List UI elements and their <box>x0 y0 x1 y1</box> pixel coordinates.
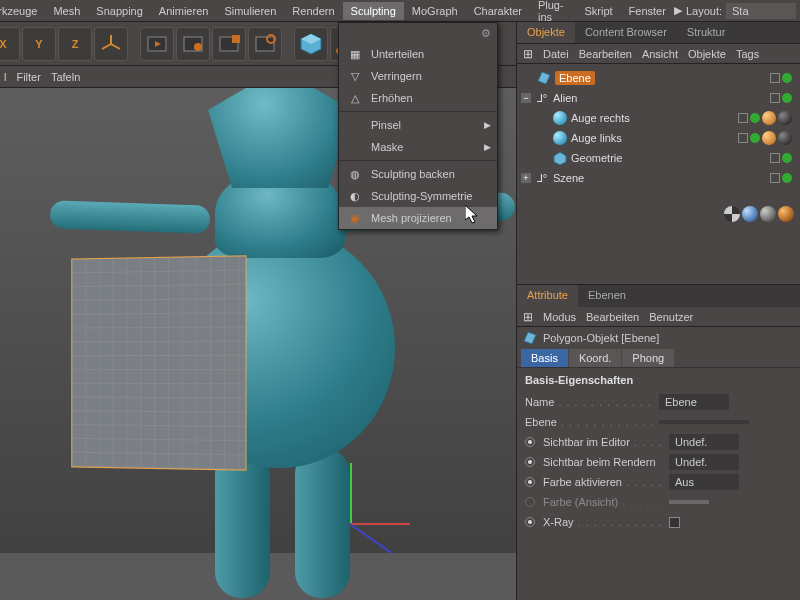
editor-vis-field[interactable]: Undef. <box>669 434 739 450</box>
vis-toggle[interactable] <box>770 73 780 83</box>
layout-selector[interactable]: Sta <box>726 3 796 19</box>
selected-plane-object[interactable] <box>72 256 245 469</box>
subtab-phong[interactable]: Phong <box>622 349 674 367</box>
tab-attribute[interactable]: Attribute <box>517 285 578 307</box>
layout-arrow-icon: ▶ <box>674 4 682 17</box>
material-tag[interactable] <box>778 111 792 125</box>
render-button[interactable] <box>140 27 174 61</box>
menu-subdivide[interactable]: ▦ Unterteilen <box>339 43 497 65</box>
om-menu-file[interactable]: Datei <box>543 48 569 60</box>
menu-item-5[interactable]: Rendern <box>284 2 342 20</box>
axis-y-button[interactable]: Y <box>22 27 56 61</box>
name-field[interactable]: Ebene <box>659 394 729 410</box>
subbar-item-panels[interactable]: Tafeln <box>51 71 80 83</box>
attr-menu-mode[interactable]: Modus <box>543 311 576 323</box>
gear-icon[interactable]: ⚙ <box>481 27 491 40</box>
vis-toggle[interactable] <box>770 93 780 103</box>
material-tag[interactable] <box>778 131 792 145</box>
subtab-basis[interactable]: Basis <box>521 349 568 367</box>
tree-row-alien[interactable]: − ⅃° Alien <box>521 88 796 108</box>
svg-point-3 <box>194 43 202 51</box>
menu-item-8[interactable]: Charakter <box>466 2 530 20</box>
decrease-icon: ▽ <box>347 68 363 84</box>
xray-checkbox[interactable] <box>669 517 680 528</box>
menu-item-3[interactable]: Animieren <box>151 2 217 20</box>
expander-icon[interactable]: + <box>521 173 531 183</box>
right-panel: Objekte Content Browser Struktur ⊞ Datei… <box>516 22 800 600</box>
om-menu-tags[interactable]: Tags <box>736 48 759 60</box>
vis-toggle[interactable] <box>770 153 780 163</box>
render-region-button[interactable] <box>176 27 210 61</box>
subbar-item-0[interactable]: l <box>4 71 6 83</box>
material-icon[interactable] <box>778 206 794 222</box>
prop-label: Name <box>525 396 554 408</box>
menu-brush[interactable]: Pinsel ▶ <box>339 114 497 136</box>
menu-item-1[interactable]: Mesh <box>45 2 88 20</box>
radio-icon[interactable] <box>525 517 535 527</box>
radio-icon[interactable] <box>525 437 535 447</box>
prop-render-vis: Sichtbar beim Rendern Undef. <box>525 452 792 472</box>
grid-icon[interactable]: ⊞ <box>523 310 533 324</box>
attr-menubar: ⊞ Modus Bearbeiten Benutzer <box>517 307 800 327</box>
menu-item-2[interactable]: Snapping <box>88 2 151 20</box>
tab-objects[interactable]: Objekte <box>517 22 575 43</box>
menu-increase[interactable]: △ Erhöhen <box>339 87 497 109</box>
tab-content-browser[interactable]: Content Browser <box>575 22 677 43</box>
tree-row-geometrie[interactable]: Geometrie <box>521 148 796 168</box>
menu-decrease[interactable]: ▽ Verringern <box>339 65 497 87</box>
object-panel-tabs: Objekte Content Browser Struktur <box>517 22 800 44</box>
checker-icon[interactable] <box>724 206 740 222</box>
axis-x-button[interactable]: X <box>0 27 20 61</box>
vis-toggle[interactable] <box>770 173 780 183</box>
color-enable-field[interactable]: Aus <box>669 474 739 490</box>
tab-layers[interactable]: Ebenen <box>578 285 636 307</box>
grid-icon[interactable]: ⊞ <box>523 47 533 61</box>
radio-icon[interactable] <box>525 477 535 487</box>
tree-row-ebene[interactable]: Ebene <box>521 68 796 88</box>
expander-icon[interactable]: − <box>521 93 531 103</box>
svg-marker-14 <box>554 152 566 165</box>
attr-menu-user[interactable]: Benutzer <box>649 311 693 323</box>
om-menu-edit[interactable]: Bearbeiten <box>579 48 632 60</box>
vis-toggle[interactable] <box>738 113 748 123</box>
menu-item-11[interactable]: Fenster <box>621 2 674 20</box>
render-settings-button[interactable] <box>248 27 282 61</box>
subtab-coord[interactable]: Koord. <box>569 349 621 367</box>
submenu-arrow-icon: ▶ <box>484 142 491 152</box>
material-icon[interactable] <box>742 206 758 222</box>
tree-row-szene[interactable]: + ⅃° Szene <box>521 168 796 188</box>
subdivide-icon: ▦ <box>347 46 363 62</box>
om-menu-view[interactable]: Ansicht <box>642 48 678 60</box>
render-pv-button[interactable] <box>212 27 246 61</box>
null-icon: ⅃° <box>535 171 549 185</box>
render-toggle[interactable] <box>782 93 792 103</box>
tab-structure[interactable]: Struktur <box>677 22 736 43</box>
menu-item-10[interactable]: Skript <box>576 2 620 20</box>
material-icon[interactable] <box>760 206 776 222</box>
tree-row-auge-rechts[interactable]: Auge rechts <box>521 108 796 128</box>
radio-icon[interactable] <box>525 457 535 467</box>
menu-item-sculpting[interactable]: Sculpting <box>343 2 404 20</box>
axis-z-button[interactable]: Z <box>58 27 92 61</box>
menu-bake[interactable]: ◍ Sculpting backen <box>339 163 497 185</box>
menu-symmetry[interactable]: ◐ Sculpting-Symmetrie <box>339 185 497 207</box>
menu-item-7[interactable]: MoGraph <box>404 2 466 20</box>
svg-marker-15 <box>524 332 536 344</box>
subbar-item-filter[interactable]: Filter <box>16 71 40 83</box>
om-menu-objects[interactable]: Objekte <box>688 48 726 60</box>
render-vis-field[interactable]: Undef. <box>669 454 739 470</box>
material-tag[interactable] <box>762 111 776 125</box>
material-tag[interactable] <box>762 131 776 145</box>
attr-menu-edit[interactable]: Bearbeiten <box>586 311 639 323</box>
menu-mask[interactable]: Maske ▶ <box>339 136 497 158</box>
render-toggle[interactable] <box>782 73 792 83</box>
vis-toggle[interactable] <box>738 133 748 143</box>
menu-item-4[interactable]: Simulieren <box>216 2 284 20</box>
cube-primitive-button[interactable] <box>294 27 328 61</box>
coord-system-button[interactable] <box>94 27 128 61</box>
layer-field[interactable] <box>659 420 749 424</box>
menu-mask-label: Maske <box>371 141 403 153</box>
tree-row-auge-links[interactable]: Auge links <box>521 128 796 148</box>
menu-item-0[interactable]: Werkzeuge <box>0 2 45 20</box>
tree-label: Auge rechts <box>571 112 630 124</box>
